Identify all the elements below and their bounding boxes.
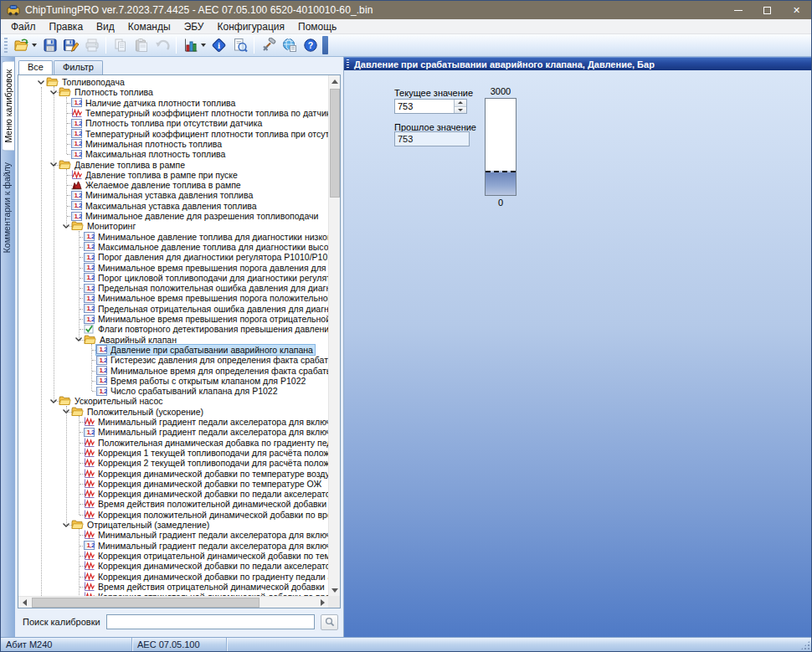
tree-item[interactable]: 12Минимальное время для определения факт… <box>18 365 328 375</box>
tree-item[interactable]: Давление топлива в рампе при пуске <box>18 170 239 180</box>
save-as-button[interactable] <box>60 35 81 55</box>
side-tab-file-comments[interactable]: Комментарии к файлу <box>1 155 15 260</box>
chevron-down-icon[interactable] <box>49 89 59 96</box>
save-button[interactable] <box>39 35 60 55</box>
tree-folder[interactable]: Мониторинг <box>18 221 136 231</box>
chart-button[interactable] <box>180 35 201 55</box>
menu-item[interactable]: Правка <box>43 20 90 33</box>
tree-item[interactable]: 12Минимальное время превышения порога от… <box>18 314 328 324</box>
undo-button[interactable] <box>152 35 172 55</box>
menu-item[interactable]: Вид <box>90 20 121 33</box>
tree-item[interactable]: 12Плотность топлива при отсутствии датчи… <box>18 118 264 128</box>
scroll-left-arrow[interactable] <box>18 597 30 608</box>
menu-item[interactable]: Конфигурация <box>210 20 291 33</box>
tree-item[interactable]: Коррекция динамической добавки по градие… <box>18 571 328 581</box>
toolbar-overflow-handle[interactable] <box>322 36 328 54</box>
menu-item[interactable]: Помощь <box>291 20 343 33</box>
chevron-down-icon[interactable] <box>74 336 84 343</box>
tree-item[interactable]: 12Максимальная уставка давления топлива <box>18 201 259 211</box>
tree-folder[interactable]: Отрицательный (замедление) <box>18 520 209 530</box>
globe-button[interactable] <box>279 35 300 55</box>
print-button[interactable] <box>81 35 102 55</box>
search-button[interactable] <box>321 614 338 630</box>
search-input[interactable] <box>106 614 315 629</box>
paste-button[interactable] <box>131 35 152 55</box>
tree-item[interactable]: Коррекция динамической добавки по темпер… <box>18 468 328 478</box>
tab-filter[interactable]: Фильтр <box>54 60 103 74</box>
chevron-down-icon[interactable] <box>49 161 59 168</box>
tree-item[interactable]: 12Наличие датчика плотности топлива <box>18 98 237 108</box>
minimize-button[interactable] <box>723 1 753 19</box>
spin-down-button[interactable] <box>455 107 466 114</box>
tree-item[interactable]: 12Давление при срабатывании аварийного к… <box>18 345 315 355</box>
side-tab-calibrations-menu[interactable]: Меню калибровок <box>3 61 15 151</box>
tree-item[interactable]: 12Температурный коэффициент плотности то… <box>18 129 328 139</box>
open-file-dropdown-caret[interactable] <box>32 44 37 47</box>
horizontal-scroll-thumb[interactable] <box>32 598 260 608</box>
tree-item[interactable]: 12Минимальное время превышения порога да… <box>18 262 328 272</box>
tree-item[interactable]: Положительная динамическая добавка по гр… <box>18 438 328 448</box>
toolbar-grip-handle[interactable] <box>4 38 8 53</box>
chevron-down-icon[interactable] <box>49 398 59 405</box>
tree-folder[interactable]: Аварийный клапан <box>18 335 177 345</box>
tree-item[interactable]: 12Минимальное давление для разрешения то… <box>18 211 320 221</box>
info-diamond-button[interactable]: i <box>208 35 229 55</box>
menu-item[interactable]: Команды <box>121 20 177 33</box>
tree-folder[interactable]: Топливоподача <box>18 77 125 87</box>
tree-item[interactable]: 12Максимальное давление топлива для диаг… <box>18 242 328 252</box>
close-button[interactable]: ✕ <box>782 1 811 19</box>
open-file-button[interactable] <box>11 35 32 55</box>
tree-item[interactable]: 12Время работы с открытым клапаном для P… <box>18 376 307 386</box>
current-value-input[interactable] <box>395 100 454 113</box>
scroll-right-arrow[interactable] <box>316 597 328 608</box>
tree-item[interactable]: 12Число срабатываний клапана для P1022 <box>18 386 280 396</box>
tree-item[interactable]: Коррекция динамической добавки по темпер… <box>18 479 323 489</box>
tree-item[interactable]: Коррекция 2 текущей топливоподачи для ра… <box>18 458 328 468</box>
chevron-down-icon[interactable] <box>61 408 71 415</box>
tree-item[interactable]: Флаги повторного детектирования превышен… <box>18 324 328 334</box>
tree-item[interactable]: Коррекция положительной динамической доб… <box>18 510 328 520</box>
tree-item[interactable]: Время действия положительной динамическо… <box>18 499 328 509</box>
menu-item[interactable]: ЭБУ <box>177 20 211 33</box>
spin-up-button[interactable] <box>455 100 466 107</box>
tree-item[interactable]: 12Минимальное время превышения порога по… <box>18 293 328 303</box>
help-button[interactable]: ? <box>300 35 321 55</box>
tools-button[interactable] <box>258 35 279 55</box>
tree-item[interactable]: Минимальный градиент педали акселератора… <box>18 530 328 540</box>
tree-folder[interactable]: Положительный (ускорение) <box>18 407 203 417</box>
vertical-scroll-thumb[interactable] <box>330 89 340 198</box>
tree-horizontal-scrollbar[interactable] <box>18 596 328 608</box>
tree-item[interactable]: 12Порог давления для диагностики регулят… <box>18 252 328 262</box>
scroll-up-arrow[interactable] <box>329 75 341 87</box>
chevron-down-icon[interactable] <box>36 79 46 86</box>
tree-item[interactable]: 12Минимальный градиент педали акселерато… <box>18 427 328 437</box>
tree-item[interactable]: Желаемое давление топлива в рампе <box>18 180 243 190</box>
tree-item[interactable]: Коррекция динамической добавки по педали… <box>18 561 328 571</box>
tree-item[interactable]: Коррекция 1 текущей топливоподачи для ра… <box>18 448 328 458</box>
tree-item[interactable]: Минимальный градиент педали акселератора… <box>18 417 328 427</box>
tree-item[interactable]: 12Максимальная плотность топлива <box>18 149 227 159</box>
tree-item[interactable]: 12Минимальная плотность топлива <box>18 139 224 149</box>
chevron-down-icon[interactable] <box>61 223 71 230</box>
chevron-down-icon[interactable] <box>61 521 71 529</box>
maximize-button[interactable] <box>753 1 782 19</box>
tree-item[interactable]: 12Минимальный градиент педали акселерато… <box>18 541 328 551</box>
tree-folder[interactable]: Плотность топлива <box>18 87 153 97</box>
chart-dropdown-caret[interactable] <box>201 44 206 47</box>
tree-item[interactable]: 12Порог цикловой топливоподачи для диагн… <box>18 273 328 283</box>
tree-item[interactable]: 12Минимальная уставка давления топлива <box>18 190 254 200</box>
tree-item[interactable]: 12Предельная положительная ошибка давлен… <box>18 283 328 293</box>
tree-vertical-scrollbar[interactable] <box>328 75 340 596</box>
tab-all[interactable]: Все <box>18 60 53 74</box>
tree-item[interactable]: 12Предельная отрицательная ошибка давлен… <box>18 304 328 314</box>
tree-item[interactable]: 12Минимальное давление топлива для диагн… <box>18 232 328 242</box>
tree-item[interactable]: Коррекция отрицательной динамической доб… <box>18 551 328 561</box>
tree-item[interactable]: Коррекция динамической добавки по педали… <box>18 489 328 499</box>
copy-button[interactable] <box>110 35 131 55</box>
zoom-document-button[interactable] <box>229 35 250 55</box>
tree-folder[interactable]: Давление топлива в рампе <box>18 159 185 169</box>
tree-folder[interactable]: Ускорительный насос <box>18 396 162 406</box>
tree-item[interactable]: Время действия отрицательной динамическо… <box>18 582 326 592</box>
menu-item[interactable]: Файл <box>4 20 43 33</box>
tree-item[interactable]: 12Гистерезис давления для определения фа… <box>18 355 328 365</box>
